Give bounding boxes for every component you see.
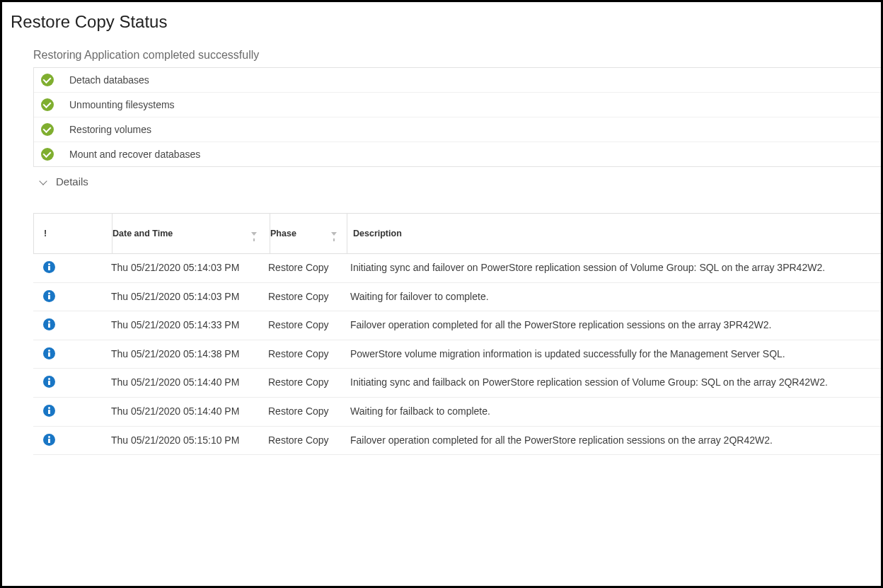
- check-icon: [41, 74, 54, 86]
- cell-status: [33, 261, 111, 273]
- table-row: Thu 05/21/2020 05:14:40 PMRestore CopyIn…: [33, 369, 881, 398]
- details-label: Details: [56, 175, 88, 188]
- cell-description: Initiating sync and failover on PowerSto…: [345, 261, 881, 275]
- info-icon: [43, 261, 55, 273]
- filter-icon[interactable]: [331, 232, 337, 236]
- cell-phase: Restore Copy: [268, 376, 345, 388]
- step-row: Mount and recover databases: [34, 142, 881, 166]
- column-header-date[interactable]: Date and Time: [112, 229, 270, 238]
- events-table: ! Date and Time Phase Description Thu 05…: [33, 213, 881, 455]
- step-row: Detach databases: [34, 68, 881, 93]
- cell-phase: Restore Copy: [268, 434, 345, 446]
- cell-status: [33, 434, 111, 446]
- cell-date: Thu 05/21/2020 05:14:03 PM: [111, 261, 268, 274]
- cell-date: Thu 05/21/2020 05:15:10 PM: [111, 434, 268, 446]
- column-header-phase[interactable]: Phase: [270, 229, 347, 238]
- step-row: Restoring volumes: [34, 117, 881, 142]
- details-toggle[interactable]: Details: [33, 167, 881, 195]
- cell-description: Waiting for failover to complete.: [345, 290, 881, 304]
- table-row: Thu 05/21/2020 05:15:10 PMRestore CopyFa…: [33, 427, 881, 456]
- cell-status: [33, 405, 111, 417]
- chevron-down-icon: [39, 178, 47, 186]
- check-icon: [41, 98, 54, 111]
- step-label: Mount and recover databases: [69, 149, 200, 160]
- info-icon: [43, 434, 55, 446]
- column-header-status[interactable]: !: [34, 229, 112, 238]
- cell-phase: Restore Copy: [268, 347, 345, 360]
- table-row: Thu 05/21/2020 05:14:03 PMRestore CopyWa…: [33, 283, 881, 312]
- info-icon: [43, 347, 55, 359]
- cell-phase: Restore Copy: [268, 405, 345, 417]
- step-label: Restoring volumes: [69, 124, 151, 135]
- filter-icon[interactable]: [251, 232, 257, 236]
- column-header-date-label: Date and Time: [112, 229, 173, 238]
- check-icon: [41, 148, 54, 161]
- cell-date: Thu 05/21/2020 05:14:33 PM: [111, 318, 268, 331]
- table-row: Thu 05/21/2020 05:14:40 PMRestore CopyWa…: [33, 398, 881, 427]
- column-header-description[interactable]: Description: [347, 229, 881, 238]
- table-row: Thu 05/21/2020 05:14:03 PMRestore CopyIn…: [33, 254, 881, 283]
- table-row: Thu 05/21/2020 05:14:38 PMRestore CopyPo…: [33, 340, 881, 369]
- cell-phase: Restore Copy: [268, 290, 345, 303]
- cell-status: [33, 376, 111, 388]
- cell-description: Failover operation completed for all the…: [345, 434, 881, 448]
- cell-status: [33, 347, 111, 359]
- info-icon: [43, 376, 55, 388]
- cell-description: Waiting for failback to complete.: [345, 405, 881, 419]
- info-icon: [43, 290, 55, 302]
- cell-date: Thu 05/21/2020 05:14:38 PM: [111, 347, 268, 360]
- cell-description: PowerStore volume migration information …: [345, 347, 881, 362]
- info-icon: [43, 405, 55, 417]
- steps-list: Detach databasesUnmounting filesystemsRe…: [33, 67, 881, 167]
- cell-status: [33, 318, 111, 330]
- cell-description: Failover operation completed for all the…: [345, 318, 881, 333]
- step-label: Detach databases: [69, 74, 149, 86]
- step-label: Unmounting filesystems: [69, 99, 175, 110]
- cell-phase: Restore Copy: [268, 261, 345, 274]
- info-icon: [43, 318, 55, 330]
- check-icon: [41, 123, 54, 136]
- table-row: Thu 05/21/2020 05:14:33 PMRestore CopyFa…: [33, 311, 881, 340]
- step-row: Unmounting filesystems: [34, 93, 881, 117]
- cell-date: Thu 05/21/2020 05:14:40 PM: [111, 405, 268, 417]
- cell-phase: Restore Copy: [268, 318, 345, 331]
- page-title: Restore Copy Status: [2, 2, 881, 36]
- status-summary: Restoring Application completed successf…: [33, 36, 881, 67]
- cell-date: Thu 05/21/2020 05:14:03 PM: [111, 290, 268, 303]
- cell-date: Thu 05/21/2020 05:14:40 PM: [111, 376, 268, 388]
- column-header-phase-label: Phase: [270, 229, 296, 238]
- table-header: ! Date and Time Phase Description: [33, 213, 881, 254]
- cell-description: Initiating sync and failback on PowerSto…: [345, 376, 881, 390]
- cell-status: [33, 290, 111, 302]
